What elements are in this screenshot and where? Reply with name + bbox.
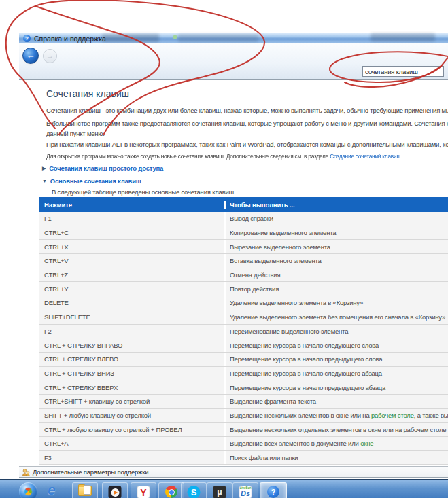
key-cell: CTRL+Z	[39, 268, 226, 282]
action-cell: Вставка выделенного элемента	[226, 257, 448, 264]
action-text: Вывод справки	[230, 215, 273, 222]
action-text: Переименование выделенного элемента	[230, 327, 348, 335]
table-row: CTRL+XВырезание выделенного элемента	[39, 240, 448, 254]
titlebar-glass-artifact	[371, 33, 435, 41]
table-header-row: Нажмите Чтобы выполнить ...	[39, 197, 448, 212]
more-support-options-link[interactable]: Дополнительные параметры поддержки	[33, 468, 148, 476]
windows-logo-icon	[23, 486, 34, 497]
action-text: Удаление выделенного элемента без помеще…	[230, 313, 445, 321]
column-header-action: Чтобы выполнить ...	[226, 201, 448, 209]
help-window-icon: ?	[23, 35, 31, 42]
paragraph: Для открытия программ можно также создат…	[46, 152, 400, 160]
table-row: DELETEУдаление выделенного элемента в «К…	[39, 296, 448, 310]
table-row: SHIFT + любую клавишу со стрелкойВыделен…	[39, 409, 448, 423]
key-cell: CTRL+C	[39, 226, 226, 240]
key-cell: F3	[39, 451, 226, 465]
key-cell: SHIFT+DELETE	[39, 310, 226, 324]
media-player-taskbar-button[interactable]	[102, 482, 128, 498]
action-cell: Выделение фрагмента текста	[226, 397, 448, 405]
skype-taskbar-button[interactable]: S	[181, 482, 207, 498]
yandex-browser-taskbar-button[interactable]: Y	[131, 482, 156, 498]
table-row: CTRL+SHIFT + клавишу со стрелкойВыделени…	[39, 395, 448, 409]
action-cell: Переименование выделенного элемента	[226, 327, 448, 335]
chevron-right-icon: ▶	[42, 166, 46, 171]
key-cell: F2	[39, 325, 226, 338]
screenshot-root: ? Справка и поддержка ← → Сочетания клав…	[0, 0, 448, 498]
paragraph: При нажатии клавиши ALT в некоторых прог…	[46, 141, 448, 148]
forward-button[interactable]: →	[43, 49, 57, 63]
help-toolbar: ← →	[19, 43, 448, 80]
table-row: F2Переименование выделенного элемента	[39, 325, 448, 339]
taskbar: e Y S µ LiveSurf Ds ?	[0, 479, 448, 498]
key-cell: F1	[39, 212, 226, 226]
explorer-taskbar-button[interactable]	[72, 482, 98, 498]
search-input[interactable]	[362, 66, 444, 77]
table-row: CTRL + СТРЕЛКУ ВПРАВОПеремещение курсора…	[39, 338, 448, 353]
section-label: Основные сочетания клавиш	[50, 177, 141, 185]
action-text: Выделение нескольких элементов в окне ил…	[230, 412, 371, 419]
footer-support-bar: Дополнительные параметры поддержки	[19, 466, 448, 478]
utorrent-taskbar-button[interactable]: µ	[207, 482, 232, 498]
key-cell: SHIFT + любую клавишу со стрелкой	[39, 409, 226, 423]
action-cell: Перемещение курсора в начало следующего …	[226, 342, 448, 349]
paragraph: данный пункт меню.	[46, 130, 448, 137]
titlebar-glass-artifact	[178, 34, 258, 42]
column-header-press: Нажмите	[39, 201, 226, 209]
action-text: Повтор действия	[230, 285, 279, 293]
action-cell: Поиск файла или папки	[226, 454, 448, 461]
action-cell: Выделение нескольких отдельных элементов…	[226, 426, 448, 433]
table-intro: В следующей таблице приведены основные с…	[52, 188, 235, 196]
glossary-link[interactable]: рабочем столе	[371, 412, 414, 419]
paragraph-text: Для открытия программ можно также создат…	[46, 152, 330, 160]
key-cell: CTRL+V	[39, 254, 226, 268]
livesurf-taskbar-button[interactable]: LiveSurf Ds	[232, 482, 258, 498]
action-text: Копирование выделенного элемента	[230, 229, 336, 236]
action-cell: Удаление выделенного элемента в «Корзину…	[226, 299, 448, 306]
action-cell: Вырезание выделенного элемента	[226, 243, 448, 251]
action-text: Перемещение курсора в начало предыдущего…	[230, 355, 382, 363]
paragraph: В большинстве программ также предоставля…	[46, 120, 448, 127]
action-text: Выделение всех элементов в документе или	[230, 440, 360, 447]
table-row: F3Поиск файла или папки	[39, 451, 448, 465]
key-cell: CTRL + СТРЕЛКУ ВПРАВО	[39, 338, 226, 352]
key-cell: CTRL+X	[39, 240, 226, 253]
table-row: CTRL + СТРЕЛКУ ВНИЗПеремещение курсора в…	[39, 367, 448, 381]
action-cell: Отмена действия	[226, 271, 448, 279]
section-toggle-easy-access[interactable]: ▶Сочетания клавиш простого доступа	[42, 164, 163, 172]
action-cell: Перемещение курсора в начало предыдущего…	[226, 355, 448, 363]
action-text: Выделение нескольких отдельных элементов…	[230, 426, 446, 433]
action-text: , а также выделение текста в документе	[414, 412, 448, 419]
livesurf-glyph: Ds	[240, 489, 252, 497]
glossary-link[interactable]: окне	[360, 440, 373, 447]
start-button[interactable]	[19, 482, 37, 498]
key-cell: CTRL + любую клавишу со стрелкой + ПРОБЕ…	[39, 423, 226, 436]
action-cell: Перемещение курсора в начало предыдущего…	[226, 384, 448, 391]
utorrent-icon: µ	[213, 486, 226, 498]
action-cell: Перемещение курсора в начало следующего …	[226, 370, 448, 377]
table-row: CTRL + СТРЕЛКУ ВВЕРХПеремещение курсора …	[39, 380, 448, 395]
table-row: CTRL + любую клавишу со стрелкой + ПРОБЕ…	[39, 423, 448, 437]
action-text: Вырезание выделенного элемента	[230, 243, 330, 251]
key-cell: CTRL + СТРЕЛКУ ВЛЕВО	[39, 353, 226, 366]
table-row: CTRL + СТРЕЛКУ ВЛЕВОПеремещение курсора …	[39, 353, 448, 367]
key-cell: DELETE	[39, 296, 226, 310]
table-row: CTRL+CКопирование выделенного элемента	[39, 226, 448, 241]
internet-explorer-icon[interactable]: e	[48, 482, 56, 498]
section-toggle-basic-shortcuts[interactable]: ▼Основные сочетания клавиш	[42, 177, 141, 185]
action-cell: Удаление выделенного элемента без помеще…	[226, 313, 448, 321]
action-text: Удаление выделенного элемента в «Корзину…	[230, 299, 363, 306]
skype-icon: S	[188, 486, 201, 498]
table-row: CTRL+ZОтмена действия	[39, 268, 448, 283]
help-icon: ?	[267, 486, 279, 498]
chevron-down-icon: ▼	[42, 179, 47, 183]
key-cell: CTRL + СТРЕЛКУ ВВЕРХ	[39, 380, 226, 394]
shortcuts-table: Нажмите Чтобы выполнить ... F1Вывод спра…	[39, 197, 448, 465]
titlebar-glass-artifact	[102, 34, 159, 42]
action-text: Перемещение курсора в начало предыдущего…	[230, 384, 385, 391]
yandex-icon: Y	[137, 486, 150, 498]
back-button[interactable]: ←	[22, 48, 39, 64]
table-row: SHIFT+DELETEУдаление выделенного элемент…	[39, 310, 448, 325]
create-shortcuts-link[interactable]: Создание сочетаний клавиш для открытия п…	[330, 152, 400, 160]
action-cell: Копирование выделенного элемента	[226, 229, 448, 236]
help-support-taskbar-button[interactable]: ?	[260, 482, 287, 498]
